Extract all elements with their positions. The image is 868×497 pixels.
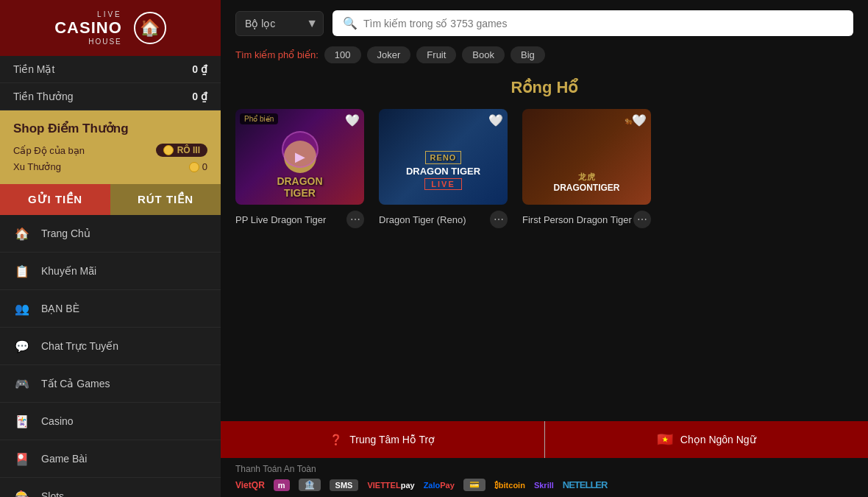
- main-content: Bộ lọc ▼ 🔍 Tìm kiếm phổ biến: 100 Joker …: [221, 0, 868, 497]
- game-card-info-1: PP Live Dragon Tiger ⋯: [235, 211, 364, 228]
- logo-area: LIVE CASINO HOUSE 🏠: [0, 0, 221, 56]
- game-name-2: Dragon Tiger (Reno): [379, 214, 490, 225]
- gui-tien-button[interactable]: GỬI TIỀN: [0, 184, 110, 215]
- card-logo: 💳: [463, 479, 485, 491]
- search-box[interactable]: 🔍: [332, 10, 853, 36]
- more-button-1[interactable]: ⋯: [346, 211, 364, 228]
- momo-logo: m: [274, 479, 290, 491]
- game-card-dragon-tiger-reno[interactable]: 🤍 RENO DRAGON TIGER LIVE Dragon Tiger (R…: [379, 109, 508, 228]
- favorite-button-2[interactable]: 🤍: [488, 113, 503, 127]
- nav-label-slots: Slots: [41, 490, 64, 497]
- sidebar-item-khuyen-mai[interactable]: 📋 Khuyến Mãi: [0, 253, 221, 290]
- shop-xu-row: Xu Thưởng 0: [13, 161, 207, 172]
- viettel-logo: VIETTELpay: [367, 481, 414, 490]
- support-button[interactable]: ❓ Trung Tâm Hỗ Trợ: [221, 421, 544, 458]
- shop-level-value: RÔ III: [177, 145, 200, 155]
- friends-icon: 👥: [13, 300, 31, 317]
- bank-logo: 🏦: [299, 479, 321, 491]
- game-card-first-person-dragon-tiger[interactable]: 🤍 龙虎 DRAGONTIGER 🐅 First Person Dragon T…: [522, 109, 651, 228]
- support-icon: ❓: [330, 434, 342, 445]
- game-card-info-2: Dragon Tiger (Reno) ⋯: [379, 211, 508, 228]
- sidebar-item-chat[interactable]: 💬 Chat Trực Tuyến: [0, 328, 221, 365]
- popular-tag-joker[interactable]: Joker: [367, 46, 411, 63]
- games-icon: 🎮: [13, 375, 31, 392]
- sidebar-item-game-bai[interactable]: 🎴 Game Bài: [0, 440, 221, 478]
- promotion-icon: 📋: [13, 262, 31, 280]
- shop-xu-value: 0: [202, 161, 207, 172]
- nav-label-game-bai: Game Bài: [41, 453, 87, 465]
- top-bar: Bộ lọc ▼ 🔍: [221, 0, 868, 46]
- support-label: Trung Tâm Hỗ Trợ: [349, 434, 435, 445]
- bonus-amount: 0 ₫: [192, 91, 207, 102]
- shop-title: Shop Điểm Thưởng: [13, 121, 207, 136]
- game-thumbnail-3: 🤍 龙虎 DRAGONTIGER 🐅: [522, 109, 651, 205]
- nav-label-all-games: Tất Cả Games: [41, 378, 110, 390]
- game-card-pp-live-dragon-tiger[interactable]: Phổ biến 🤍 ▶ DRAGONTIGER PP Live Dragon …: [235, 109, 364, 228]
- card-game-icon: 🎴: [13, 450, 31, 468]
- payment-logos: VietQR m 🏦 SMS VIETTELpay ZaloPay 💳 ₿bit…: [235, 479, 853, 491]
- game-thumbnail-2: 🤍 RENO DRAGON TIGER LIVE: [379, 109, 508, 205]
- favorite-button-3[interactable]: 🤍: [632, 113, 647, 127]
- popular-badge-1: Phổ biến: [240, 113, 278, 124]
- zalopay-logo: ZaloPay: [424, 481, 455, 490]
- more-button-2[interactable]: ⋯: [490, 211, 508, 228]
- section-title: Rồng Hổ: [235, 78, 853, 97]
- coin-icon: [163, 145, 174, 155]
- search-input[interactable]: [363, 18, 843, 29]
- cash-balance-row: Tiền Mặt 0 ₫: [0, 56, 221, 83]
- sidebar-item-trang-chu[interactable]: 🏠 Trang Chủ: [0, 215, 221, 253]
- language-label: Chọn Ngôn Ngữ: [680, 434, 756, 445]
- shop-level-label: Cấp Độ của bạn: [13, 145, 85, 156]
- content-area: Rồng Hổ Phổ biến 🤍 ▶ DRAGONTIGER: [221, 71, 868, 421]
- popular-searches: Tìm kiếm phổ biến: 100 Joker Fruit Book …: [221, 46, 868, 71]
- filter-select[interactable]: Bộ lọc: [235, 11, 324, 36]
- language-button[interactable]: 🇻🇳 Chọn Ngôn Ngữ: [544, 421, 869, 458]
- payment-section: Thanh Toán An Toàn VietQR m 🏦 SMS VIETTE…: [221, 458, 868, 497]
- cash-label: Tiền Mặt: [13, 63, 54, 75]
- rut-tien-button[interactable]: RÚT TIỀN: [110, 184, 221, 215]
- games-grid: Phổ biến 🤍 ▶ DRAGONTIGER PP Live Dragon …: [235, 109, 853, 228]
- bottom-bar: ❓ Trung Tâm Hỗ Trợ 🇻🇳 Chọn Ngôn Ngữ: [221, 421, 868, 458]
- popular-tag-book[interactable]: Book: [462, 46, 505, 63]
- sidebar-item-ban-be[interactable]: 👥 BẠN BÈ: [0, 290, 221, 328]
- vietqr-logo: VietQR: [235, 480, 265, 490]
- popular-tag-100[interactable]: 100: [324, 46, 361, 63]
- search-icon: 🔍: [343, 16, 357, 30]
- chat-icon: 💬: [13, 337, 31, 355]
- more-button-3[interactable]: ⋯: [633, 211, 651, 228]
- shop-level-badge: RÔ III: [156, 144, 207, 157]
- casino-icon: 🃏: [13, 412, 31, 430]
- nav-label-chat: Chat Trực Tuyến: [41, 340, 118, 352]
- sidebar: LIVE CASINO HOUSE 🏠 Tiền Mặt 0 ₫ Tiền Th…: [0, 0, 221, 497]
- filter-wrapper: Bộ lọc ▼: [235, 11, 324, 36]
- sidebar-item-casino[interactable]: 🃏 Casino: [0, 403, 221, 440]
- nav-label-ban-be: BẠN BÈ: [41, 303, 79, 314]
- neteller-logo: NETELLER: [563, 479, 608, 490]
- shop-section: Shop Điểm Thưởng Cấp Độ của bạn RÔ III X…: [0, 110, 221, 184]
- popular-tag-big[interactable]: Big: [511, 46, 545, 63]
- flag-icon: 🇻🇳: [657, 431, 673, 448]
- shop-xu-value-wrap: 0: [189, 161, 207, 172]
- payment-label: Thanh Toán An Toàn: [235, 464, 853, 474]
- shop-xu-label: Xu Thưởng: [13, 161, 61, 172]
- game-name-1: PP Live Dragon Tiger: [235, 214, 346, 225]
- game-name-3: First Person Dragon Tiger: [522, 214, 633, 225]
- game-card-info-3: First Person Dragon Tiger ⋯: [522, 211, 651, 228]
- xu-coin-icon: [189, 162, 199, 172]
- favorite-button-1[interactable]: 🤍: [345, 113, 360, 127]
- sidebar-item-all-games[interactable]: 🎮 Tất Cả Games: [0, 365, 221, 403]
- bonus-balance-row: Tiền Thưởng 0 ₫: [0, 83, 221, 110]
- bonus-label: Tiền Thưởng: [13, 91, 73, 102]
- logo-casino: CASINO: [54, 18, 122, 38]
- nav-list: 🏠 Trang Chủ 📋 Khuyến Mãi 👥 BẠN BÈ 💬 Chat…: [0, 215, 221, 497]
- bitcoin-logo: ₿bitcoin: [494, 481, 525, 490]
- nav-label-casino: Casino: [41, 415, 74, 427]
- popular-label: Tìm kiếm phổ biến:: [235, 49, 319, 60]
- nav-label-trang-chu: Trang Chủ: [41, 228, 90, 239]
- popular-tag-fruit[interactable]: Fruit: [416, 46, 456, 63]
- cash-amount: 0 ₫: [192, 63, 207, 75]
- sms-logo: SMS: [330, 479, 359, 491]
- home-icon: 🏠: [13, 225, 31, 242]
- skrill-logo: Skrill: [534, 481, 554, 490]
- sidebar-item-slots[interactable]: 🎰 Slots: [0, 478, 221, 497]
